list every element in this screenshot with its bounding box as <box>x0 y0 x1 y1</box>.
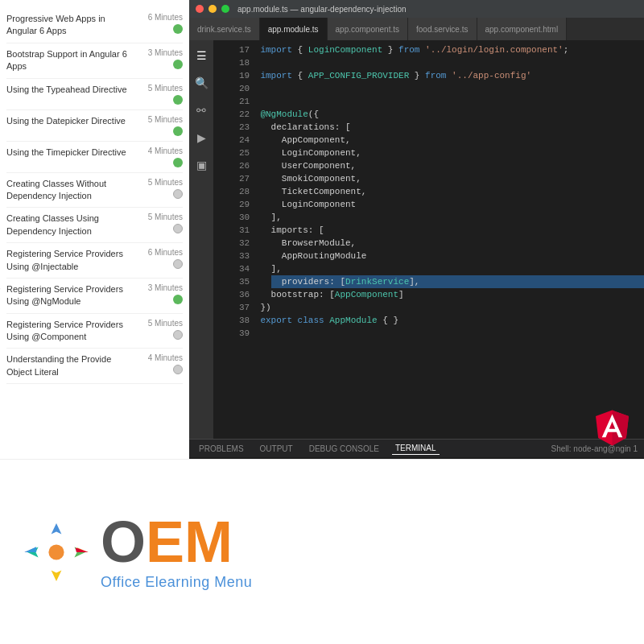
course-title: Creating Classes Without Dependency Inje… <box>6 178 138 203</box>
course-status-dot <box>173 224 183 233</box>
code-line: 31 imports: [ <box>239 224 644 237</box>
code-line: 39 <box>239 327 644 340</box>
course-minutes: 3 Minutes <box>148 283 183 292</box>
tab-output[interactable]: OUTPUT <box>257 443 296 455</box>
code-line: 35 providers: [DrinkService], <box>239 275 644 288</box>
course-title: Registering Service Providers Using @Com… <box>6 319 138 344</box>
debug-icon[interactable]: ▶ <box>192 129 210 147</box>
activity-bar: ☰ 🔍 ⚯ ▶ ▣ <box>189 40 213 439</box>
editor-content: 17 import { LoginComponent } from '../lo… <box>213 40 644 439</box>
course-title: Creating Classes Using Dependency Inject… <box>6 213 138 237</box>
course-item[interactable]: Understanding the Provide Object Literal… <box>6 349 183 384</box>
course-minutes: 5 Minutes <box>148 115 183 124</box>
svg-marker-1 <box>613 411 629 446</box>
course-item[interactable]: Using the Timepicker Directive4 Minutes <box>6 142 183 173</box>
extensions-icon[interactable]: ▣ <box>192 156 210 174</box>
course-minutes: 4 Minutes <box>148 147 183 155</box>
angular-logo <box>590 405 634 449</box>
editor-tab[interactable]: food.service.ts <box>408 18 477 40</box>
oem-text-container: OEM Office Elearning Menu <box>101 513 252 591</box>
svg-marker-2 <box>52 523 62 535</box>
minimize-button[interactable] <box>208 5 217 13</box>
code-line: 32 BrowserModule, <box>239 237 644 250</box>
tab-terminal[interactable]: TERMINAL <box>392 442 440 455</box>
code-line: 25 LoginComponent, <box>239 147 644 159</box>
course-status-dot <box>173 365 183 374</box>
course-item[interactable]: Registering Service Providers Using @Inj… <box>6 243 183 279</box>
course-minutes: 5 Minutes <box>148 84 183 93</box>
course-minutes: 6 Minutes <box>148 248 183 257</box>
code-line: 18 <box>239 56 644 69</box>
course-status-dot <box>173 126 183 136</box>
oem-arrows-logo <box>24 520 89 584</box>
svg-marker-5 <box>72 543 88 559</box>
editor-tabs: drink.service.tsapp.module.tsapp.compone… <box>189 18 644 40</box>
editor-tab[interactable]: app.module.ts <box>260 18 328 40</box>
course-item[interactable]: Registering Service Providers Using @NgM… <box>6 279 183 314</box>
course-status-dot <box>173 330 183 340</box>
code-line: 17 import { LoginComponent } from '../lo… <box>239 43 644 56</box>
svg-marker-6 <box>52 570 62 581</box>
top-section: Progressive Web Apps in Angular 6 Apps6 … <box>0 0 644 459</box>
code-line: 23 declarations: [ <box>239 121 644 134</box>
close-button[interactable] <box>196 5 204 13</box>
oem-letters-em: EM <box>146 510 233 574</box>
course-minutes: 4 Minutes <box>148 353 183 362</box>
tab-debug-console[interactable]: DEBUG CONSOLE <box>306 443 382 455</box>
course-item[interactable]: Creating Classes Without Dependency Inje… <box>6 173 183 208</box>
course-minutes: 3 Minutes <box>148 48 183 57</box>
oem-title: OEM <box>101 513 252 571</box>
editor-titlebar: app.module.ts — angular-dependency-injec… <box>189 0 644 18</box>
code-line: 21 <box>239 95 644 108</box>
course-item[interactable]: Progressive Web Apps in Angular 6 Apps6 … <box>6 8 183 43</box>
course-sidebar: Progressive Web Apps in Angular 6 Apps6 … <box>0 0 189 459</box>
terminal-area: PROBLEMS OUTPUT DEBUG CONSOLE TERMINAL S… <box>189 439 644 459</box>
course-status-dot <box>173 60 183 69</box>
code-line: 34 ], <box>239 262 644 275</box>
course-title: Registering Service Providers Using @Inj… <box>6 248 138 273</box>
terminal-tabs: PROBLEMS OUTPUT DEBUG CONSOLE TERMINAL S… <box>189 440 644 457</box>
window-title: app.module.ts — angular-dependency-injec… <box>237 5 407 14</box>
code-line: 29 LoginComponent <box>239 198 644 211</box>
course-title: Progressive Web Apps in Angular 6 Apps <box>6 13 138 38</box>
files-icon[interactable]: ☰ <box>192 47 210 64</box>
course-minutes: 5 Minutes <box>148 213 183 221</box>
course-title: Using the Timepicker Directive <box>6 147 138 159</box>
course-minutes: 5 Minutes <box>148 319 183 328</box>
code-line: 33 AppRoutingModule <box>239 250 644 262</box>
code-line: 20 <box>239 82 644 95</box>
editor-tab[interactable]: drink.service.ts <box>189 18 260 40</box>
git-icon[interactable]: ⚯ <box>192 101 210 119</box>
course-item[interactable]: Bootstrap Support in Angular 6 Apps3 Min… <box>6 43 183 79</box>
terminal-content: $ # ng generate service Drink| <box>189 457 644 459</box>
course-status-dot <box>173 189 183 199</box>
search-icon[interactable]: 🔍 <box>192 74 210 92</box>
tab-problems[interactable]: PROBLEMS <box>196 443 247 455</box>
code-line: 19 import { APP_CONFIG_PROVIDER } from '… <box>239 69 644 82</box>
course-item[interactable]: Using the Datepicker Directive5 Minutes <box>6 110 183 142</box>
course-item[interactable]: Creating Classes Using Dependency Inject… <box>6 208 183 243</box>
course-title: Using the Datepicker Directive <box>6 115 138 127</box>
course-status-dot <box>173 95 183 105</box>
maximize-button[interactable] <box>221 5 229 13</box>
oem-letter-o: O <box>101 510 146 574</box>
code-line: 22 @NgModule({ <box>239 108 644 121</box>
code-lines: 17 import { LoginComponent } from '../lo… <box>239 43 644 340</box>
code-line: 36 bootstrap: [AppComponent] <box>239 288 644 301</box>
bottom-section: OEM Office Elearning Menu <box>0 459 644 644</box>
course-title: Using the Typeahead Directive <box>6 84 138 96</box>
course-item[interactable]: Registering Service Providers Using @Com… <box>6 314 183 349</box>
oem-logo-container: OEM Office Elearning Menu <box>24 513 252 591</box>
course-title: Registering Service Providers Using @NgM… <box>6 283 138 308</box>
code-line: 26 UserComponent, <box>239 159 644 172</box>
svg-point-10 <box>48 544 64 559</box>
editor-tab[interactable]: app.component.ts <box>328 18 409 40</box>
course-status-dot <box>173 24 183 34</box>
editor-body: ☰ 🔍 ⚯ ▶ ▣ 17 import { LoginComponent } f… <box>189 40 644 439</box>
course-minutes: 6 Minutes <box>148 13 183 22</box>
course-minutes: 5 Minutes <box>148 178 183 187</box>
editor-tab[interactable]: app.component.html <box>477 18 568 40</box>
course-item[interactable]: Using the Typeahead Directive5 Minutes <box>6 79 183 110</box>
course-status-dot <box>173 295 183 304</box>
code-line: 37 }) <box>239 301 644 314</box>
